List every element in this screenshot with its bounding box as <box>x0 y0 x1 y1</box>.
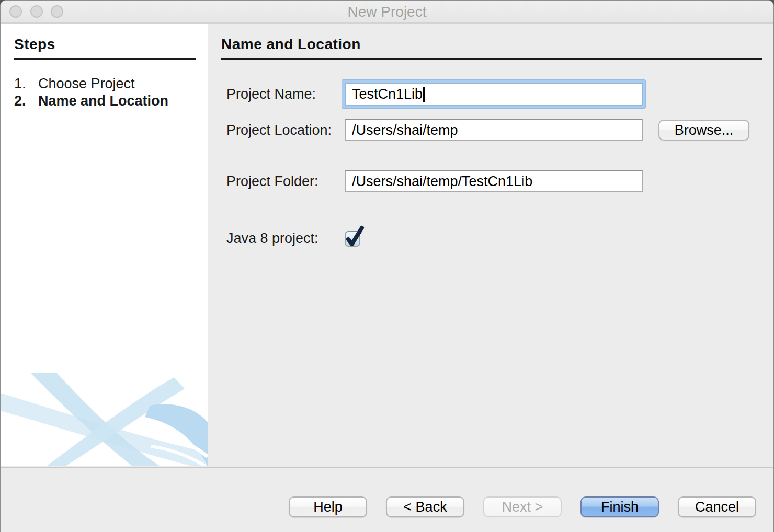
project-folder-label: Project Folder: <box>226 174 345 190</box>
netbeans-swoosh-graphic <box>1 373 208 466</box>
steps-list: 1. Choose Project 2. Name and Location <box>14 75 196 110</box>
project-folder-input[interactable] <box>345 170 643 192</box>
text-cursor <box>423 87 425 102</box>
steps-sidebar: Steps 1. Choose Project 2. Name and Loca… <box>1 24 208 466</box>
step-name-and-location: 2. Name and Location <box>14 92 196 110</box>
window-title: New Project <box>1 1 773 24</box>
step-label: Choose Project <box>38 75 135 92</box>
browse-button[interactable]: Browse... <box>658 120 749 141</box>
titlebar: New Project <box>1 1 773 24</box>
step-number: 1. <box>14 75 38 92</box>
dialog-button-bar: Help < Back Next > Finish Cancel <box>1 467 773 532</box>
cancel-button[interactable]: Cancel <box>678 496 756 517</box>
checkmark-icon <box>345 225 366 248</box>
next-button: Next > <box>483 496 562 517</box>
step-label: Name and Location <box>38 92 168 110</box>
step-number: 2. <box>14 92 38 110</box>
project-name-field-wrap <box>345 83 643 106</box>
project-location-input[interactable] <box>345 119 643 141</box>
project-name-label: Project Name: <box>226 86 345 102</box>
project-name-input[interactable] <box>345 83 643 106</box>
java8-project-label: Java 8 project: <box>226 230 345 247</box>
java8-checkbox[interactable] <box>345 231 360 247</box>
new-project-dialog: New Project Steps 1. Choose Project 2. N… <box>0 0 774 532</box>
name-and-location-panel: Name and Location Project Name: Project … <box>208 24 773 466</box>
finish-button[interactable]: Finish <box>580 496 659 517</box>
help-button[interactable]: Help <box>289 496 367 517</box>
panel-heading: Name and Location <box>221 36 762 60</box>
project-location-label: Project Location: <box>226 122 345 138</box>
steps-heading: Steps <box>14 36 196 60</box>
step-choose-project: 1. Choose Project <box>14 75 196 92</box>
back-button[interactable]: < Back <box>386 496 464 517</box>
